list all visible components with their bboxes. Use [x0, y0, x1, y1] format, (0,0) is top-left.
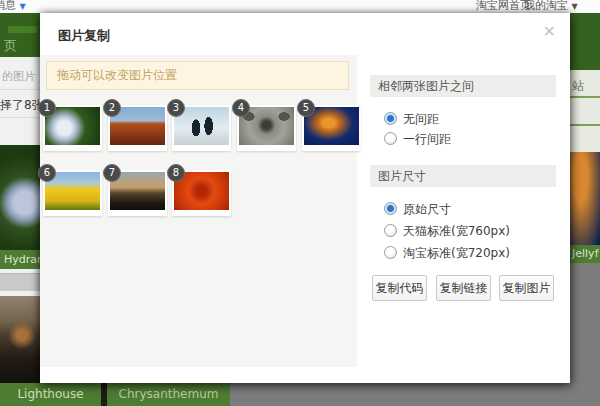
dialog-title: 图片复制 — [58, 27, 110, 45]
drag-hint-banner: 拖动可以改变图片位置 — [46, 61, 349, 90]
nav-item-partial: 页 — [4, 37, 17, 55]
left-partial-text: 的图片 — [2, 69, 35, 84]
right-partial-text: 站 — [572, 78, 584, 95]
lighthouse-photo — [0, 296, 40, 383]
thumbnail-jellyfish[interactable]: 5 — [302, 105, 361, 151]
radio-one-line-gap[interactable]: 一行间距 — [384, 131, 451, 147]
radio-unselected-icon[interactable] — [384, 224, 397, 237]
radio-tmall-standard[interactable]: 天猫标准(宽760px) — [384, 223, 510, 239]
divider — [0, 117, 40, 118]
copy-image-button[interactable]: 复制图片 — [499, 275, 554, 301]
lighthouse-label-bar: Lighthouse — [0, 383, 101, 406]
divider — [0, 89, 40, 90]
radio-label: 无间距 — [403, 112, 439, 126]
radio-label: 原始尺寸 — [403, 202, 451, 216]
radio-selected-icon[interactable] — [384, 202, 397, 215]
gray-toolbar — [0, 273, 40, 291]
green-divider — [570, 124, 600, 126]
hydrangeas-photo — [0, 145, 40, 250]
spacing-section-header: 相邻两张图片之间 — [370, 75, 556, 97]
thumbnail-tulips[interactable]: 6 — [43, 170, 102, 216]
radio-no-gap[interactable]: 无间距 — [384, 111, 439, 127]
thumbnail-hydrangeas[interactable]: 1 — [43, 105, 102, 151]
page-right-column: 站 — [570, 70, 600, 152]
page-topbar: 消息 ▼ 淘宝网首页 我的淘宝 ▼ — [0, 0, 600, 13]
radio-unselected-icon[interactable] — [384, 132, 397, 145]
radio-original-size[interactable]: 原始尺寸 — [384, 201, 451, 217]
radio-label: 天猫标准(宽760px) — [403, 224, 510, 238]
page-gray-area — [570, 263, 600, 383]
size-section-header: 图片尺寸 — [370, 165, 556, 187]
radio-unselected-icon[interactable] — [384, 246, 397, 259]
screen: 消息 ▼ 淘宝网首页 我的淘宝 ▼ 页 的图片 择了8张图 Hydrang 站 … — [0, 0, 600, 406]
thumbnail-koala[interactable]: 4 — [237, 105, 296, 151]
nav-highlight — [8, 26, 37, 33]
radio-label: 一行间距 — [403, 132, 451, 146]
taobao-home-link[interactable]: 淘宝网首页 — [476, 0, 531, 13]
page-bottom-strip: Lighthouse Chrysanthemum — [0, 383, 600, 406]
page-green-header-right — [570, 13, 600, 70]
radio-taobao-standard[interactable]: 淘宝标准(宽720px) — [384, 245, 510, 261]
thumbnail-number-badge: 4 — [232, 99, 250, 117]
thumbnail-number-badge: 2 — [103, 99, 121, 117]
thumbnail-panel: 拖动可以改变图片位置 1 2 3 4 5 — [40, 55, 357, 367]
copy-code-button[interactable]: 复制代码 — [372, 275, 427, 301]
thumbnail-chrysanthemum[interactable]: 8 — [172, 170, 231, 216]
copy-link-button[interactable]: 复制链接 — [436, 275, 491, 301]
chrysanthemum-label-bar: Chrysanthemum — [107, 383, 230, 406]
messages-dropdown-arrow-icon: ▼ — [20, 2, 26, 11]
messages-link[interactable]: 消息 ▼ — [0, 0, 26, 13]
jellyfish-photo — [570, 152, 600, 245]
thumbnail-number-badge: 7 — [103, 164, 121, 182]
radio-label: 淘宝标准(宽720px) — [403, 246, 510, 260]
close-icon[interactable]: × — [543, 23, 556, 39]
jellyfish-label-bar: Jellyf — [570, 245, 600, 263]
thumbnail-number-badge: 3 — [167, 99, 185, 117]
thumbnail-number-badge: 8 — [167, 164, 185, 182]
green-divider — [570, 96, 600, 98]
my-taobao-link[interactable]: 我的淘宝 ▼ — [524, 0, 578, 13]
thumbnail-number-badge: 1 — [38, 99, 56, 117]
page-left-column: 的图片 择了8张图 Hydrang — [0, 57, 40, 383]
my-taobao-dropdown-arrow-icon: ▼ — [572, 2, 578, 11]
image-copy-dialog: 图片复制 × 拖动可以改变图片位置 1 2 3 4 5 — [40, 13, 570, 383]
thumbnail-number-badge: 6 — [38, 164, 56, 182]
hydrangeas-label-bar: Hydrang — [0, 250, 40, 269]
thumbnail-penguins[interactable]: 3 — [172, 105, 231, 151]
thumbnail-number-badge: 5 — [297, 99, 315, 117]
radio-selected-icon[interactable] — [384, 112, 397, 125]
thumbnail-lighthouse[interactable]: 7 — [108, 170, 167, 216]
thumbnail-desert[interactable]: 2 — [108, 105, 167, 151]
